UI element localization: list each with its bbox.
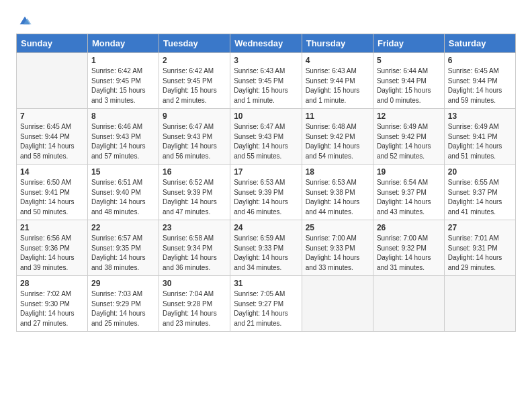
day-number: 16	[163, 167, 226, 177]
day-info: Sunrise: 6:59 AMSunset: 9:33 PMDaylight:…	[234, 234, 298, 273]
day-info: Sunrise: 6:55 AMSunset: 9:37 PMDaylight:…	[448, 178, 512, 217]
day-number: 31	[234, 279, 298, 288]
calendar-day-cell: 26Sunrise: 7:00 AMSunset: 9:32 PMDayligh…	[373, 220, 444, 276]
day-number: 19	[377, 167, 441, 177]
calendar-day-cell: 31Sunrise: 7:05 AMSunset: 9:27 PMDayligh…	[230, 276, 302, 332]
day-info: Sunrise: 6:43 AMSunset: 9:44 PMDaylight:…	[306, 66, 369, 105]
day-number: 28	[20, 279, 84, 288]
day-number: 13	[448, 111, 512, 121]
calendar-day-cell: 9Sunrise: 6:47 AMSunset: 9:43 PMDaylight…	[159, 109, 230, 165]
day-number: 15	[91, 167, 155, 177]
day-info: Sunrise: 6:54 AMSunset: 9:37 PMDaylight:…	[377, 178, 441, 217]
calendar-day-cell: 23Sunrise: 6:58 AMSunset: 9:34 PMDayligh…	[159, 220, 230, 276]
calendar-week-row: 28Sunrise: 7:02 AMSunset: 9:30 PMDayligh…	[17, 276, 516, 332]
day-number: 5	[377, 56, 441, 65]
calendar-day-cell: 5Sunrise: 6:44 AMSunset: 9:44 PMDaylight…	[373, 53, 444, 109]
logo	[16, 13, 32, 28]
day-info: Sunrise: 6:47 AMSunset: 9:43 PMDaylight:…	[234, 122, 298, 161]
day-number: 9	[163, 111, 226, 121]
calendar-week-row: 1Sunrise: 6:42 AMSunset: 9:45 PMDaylight…	[17, 53, 516, 109]
header	[16, 13, 516, 28]
day-number: 21	[20, 223, 84, 232]
day-info: Sunrise: 6:46 AMSunset: 9:43 PMDaylight:…	[91, 122, 155, 161]
day-number: 7	[20, 111, 84, 121]
calendar-table: SundayMondayTuesdayWednesdayThursdayFrid…	[16, 34, 516, 332]
calendar-day-cell: 27Sunrise: 7:01 AMSunset: 9:31 PMDayligh…	[444, 220, 515, 276]
day-info: Sunrise: 7:05 AMSunset: 9:27 PMDaylight:…	[234, 289, 298, 328]
day-number: 26	[377, 223, 441, 232]
day-of-week-header: Friday	[373, 34, 444, 53]
day-number: 27	[448, 223, 512, 232]
calendar-week-row: 14Sunrise: 6:50 AMSunset: 9:41 PMDayligh…	[17, 165, 516, 220]
day-of-week-header: Monday	[88, 34, 159, 53]
calendar-day-cell: 25Sunrise: 7:00 AMSunset: 9:33 PMDayligh…	[302, 220, 373, 276]
calendar-day-cell: 8Sunrise: 6:46 AMSunset: 9:43 PMDaylight…	[88, 109, 159, 165]
day-info: Sunrise: 7:00 AMSunset: 9:33 PMDaylight:…	[306, 234, 369, 273]
day-info: Sunrise: 6:49 AMSunset: 9:41 PMDaylight:…	[448, 122, 512, 161]
day-of-week-header: Saturday	[444, 34, 515, 53]
day-number: 14	[20, 167, 84, 177]
calendar-day-cell: 4Sunrise: 6:43 AMSunset: 9:44 PMDaylight…	[302, 53, 373, 109]
day-of-week-header: Wednesday	[230, 34, 302, 53]
day-of-week-header: Thursday	[302, 34, 373, 53]
day-number: 29	[91, 279, 155, 288]
day-info: Sunrise: 6:57 AMSunset: 9:35 PMDaylight:…	[91, 234, 155, 273]
calendar-day-cell: 19Sunrise: 6:54 AMSunset: 9:37 PMDayligh…	[373, 165, 444, 220]
calendar-day-cell: 3Sunrise: 6:43 AMSunset: 9:45 PMDaylight…	[230, 53, 302, 109]
calendar-day-cell: 15Sunrise: 6:51 AMSunset: 9:40 PMDayligh…	[88, 165, 159, 220]
day-info: Sunrise: 7:00 AMSunset: 9:32 PMDaylight:…	[377, 234, 441, 273]
day-number: 20	[448, 167, 512, 177]
calendar-day-cell: 14Sunrise: 6:50 AMSunset: 9:41 PMDayligh…	[17, 165, 88, 220]
day-number: 2	[163, 56, 226, 65]
day-info: Sunrise: 6:42 AMSunset: 9:45 PMDaylight:…	[91, 66, 155, 105]
day-info: Sunrise: 7:02 AMSunset: 9:30 PMDaylight:…	[20, 289, 84, 328]
day-number: 17	[234, 167, 298, 177]
day-number: 30	[163, 279, 226, 288]
calendar-week-row: 21Sunrise: 6:56 AMSunset: 9:36 PMDayligh…	[17, 220, 516, 276]
calendar-day-cell: 7Sunrise: 6:45 AMSunset: 9:44 PMDaylight…	[17, 109, 88, 165]
day-info: Sunrise: 6:43 AMSunset: 9:45 PMDaylight:…	[234, 66, 298, 105]
day-info: Sunrise: 6:53 AMSunset: 9:38 PMDaylight:…	[306, 178, 369, 217]
day-info: Sunrise: 6:45 AMSunset: 9:44 PMDaylight:…	[20, 122, 84, 161]
day-info: Sunrise: 6:48 AMSunset: 9:42 PMDaylight:…	[306, 122, 369, 161]
day-info: Sunrise: 7:03 AMSunset: 9:29 PMDaylight:…	[91, 289, 155, 328]
calendar-day-cell: 20Sunrise: 6:55 AMSunset: 9:37 PMDayligh…	[444, 165, 515, 220]
calendar-day-cell: 28Sunrise: 7:02 AMSunset: 9:30 PMDayligh…	[17, 276, 88, 332]
day-of-week-header: Sunday	[17, 34, 88, 53]
calendar-day-cell: 11Sunrise: 6:48 AMSunset: 9:42 PMDayligh…	[302, 109, 373, 165]
calendar-day-cell: 6Sunrise: 6:45 AMSunset: 9:44 PMDaylight…	[444, 53, 515, 109]
day-info: Sunrise: 6:58 AMSunset: 9:34 PMDaylight:…	[163, 234, 226, 273]
calendar-day-cell	[302, 276, 373, 332]
day-number: 1	[91, 56, 155, 65]
day-info: Sunrise: 6:50 AMSunset: 9:41 PMDaylight:…	[20, 178, 84, 217]
day-number: 10	[234, 111, 298, 121]
calendar-week-row: 7Sunrise: 6:45 AMSunset: 9:44 PMDaylight…	[17, 109, 516, 165]
calendar-day-cell: 22Sunrise: 6:57 AMSunset: 9:35 PMDayligh…	[88, 220, 159, 276]
calendar-day-cell: 30Sunrise: 7:04 AMSunset: 9:28 PMDayligh…	[159, 276, 230, 332]
day-number: 23	[163, 223, 226, 232]
day-number: 25	[306, 223, 369, 232]
day-number: 18	[306, 167, 369, 177]
calendar-day-cell: 29Sunrise: 7:03 AMSunset: 9:29 PMDayligh…	[88, 276, 159, 332]
day-info: Sunrise: 7:01 AMSunset: 9:31 PMDaylight:…	[448, 234, 512, 273]
day-number: 22	[91, 223, 155, 232]
day-info: Sunrise: 6:44 AMSunset: 9:44 PMDaylight:…	[377, 66, 441, 105]
day-info: Sunrise: 6:51 AMSunset: 9:40 PMDaylight:…	[91, 178, 155, 217]
day-info: Sunrise: 6:42 AMSunset: 9:45 PMDaylight:…	[163, 66, 226, 105]
day-number: 6	[448, 56, 512, 65]
calendar-day-cell	[373, 276, 444, 332]
day-info: Sunrise: 6:56 AMSunset: 9:36 PMDaylight:…	[20, 234, 84, 273]
calendar-day-cell: 18Sunrise: 6:53 AMSunset: 9:38 PMDayligh…	[302, 165, 373, 220]
day-number: 12	[377, 111, 441, 121]
day-number: 8	[91, 111, 155, 121]
day-number: 3	[234, 56, 298, 65]
calendar-day-cell: 10Sunrise: 6:47 AMSunset: 9:43 PMDayligh…	[230, 109, 302, 165]
calendar-day-cell: 12Sunrise: 6:49 AMSunset: 9:42 PMDayligh…	[373, 109, 444, 165]
day-number: 11	[306, 111, 369, 121]
calendar-day-cell: 24Sunrise: 6:59 AMSunset: 9:33 PMDayligh…	[230, 220, 302, 276]
day-info: Sunrise: 6:47 AMSunset: 9:43 PMDaylight:…	[163, 122, 226, 161]
calendar-day-cell: 2Sunrise: 6:42 AMSunset: 9:45 PMDaylight…	[159, 53, 230, 109]
day-info: Sunrise: 6:52 AMSunset: 9:39 PMDaylight:…	[163, 178, 226, 217]
day-number: 4	[306, 56, 369, 65]
calendar-day-cell: 1Sunrise: 6:42 AMSunset: 9:45 PMDaylight…	[88, 53, 159, 109]
